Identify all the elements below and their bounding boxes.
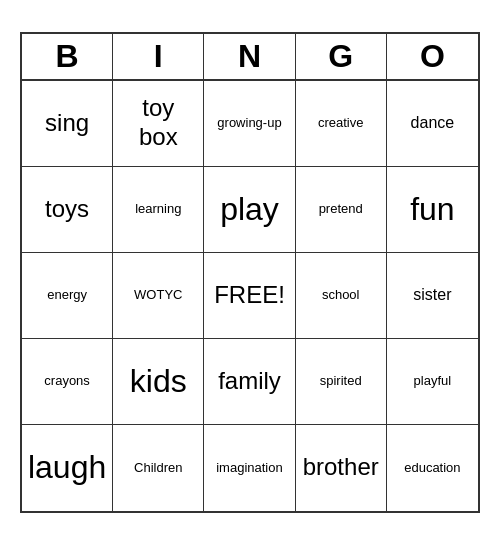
header-letter: N bbox=[204, 34, 295, 79]
cell-text: energy bbox=[47, 287, 87, 303]
bingo-cell: imagination bbox=[204, 425, 295, 511]
cell-text: spirited bbox=[320, 373, 362, 389]
cell-text: creative bbox=[318, 115, 364, 131]
bingo-card: BINGO singtoy boxgrowing-upcreativedance… bbox=[20, 32, 480, 513]
bingo-cell: FREE! bbox=[204, 253, 295, 339]
cell-text: laugh bbox=[28, 448, 106, 486]
bingo-cell: spirited bbox=[296, 339, 387, 425]
bingo-cell: learning bbox=[113, 167, 204, 253]
cell-text: imagination bbox=[216, 460, 283, 476]
bingo-cell: energy bbox=[22, 253, 113, 339]
bingo-cell: kids bbox=[113, 339, 204, 425]
cell-text: playful bbox=[414, 373, 452, 389]
bingo-cell: laugh bbox=[22, 425, 113, 511]
bingo-cell: playful bbox=[387, 339, 478, 425]
cell-text: play bbox=[220, 190, 279, 228]
cell-text: toys bbox=[45, 195, 89, 224]
bingo-cell: fun bbox=[387, 167, 478, 253]
cell-text: sister bbox=[413, 285, 451, 304]
cell-text: crayons bbox=[44, 373, 90, 389]
bingo-cell: family bbox=[204, 339, 295, 425]
cell-text: dance bbox=[411, 113, 455, 132]
cell-text: WOTYC bbox=[134, 287, 182, 303]
bingo-cell: education bbox=[387, 425, 478, 511]
cell-text: sing bbox=[45, 109, 89, 138]
bingo-cell: crayons bbox=[22, 339, 113, 425]
cell-text: Children bbox=[134, 460, 182, 476]
bingo-cell: sing bbox=[22, 81, 113, 167]
cell-text: toy box bbox=[139, 94, 178, 152]
bingo-header: BINGO bbox=[22, 34, 478, 81]
header-letter: B bbox=[22, 34, 113, 79]
cell-text: FREE! bbox=[214, 281, 285, 310]
bingo-cell: toys bbox=[22, 167, 113, 253]
bingo-cell: WOTYC bbox=[113, 253, 204, 339]
bingo-cell: sister bbox=[387, 253, 478, 339]
bingo-cell: brother bbox=[296, 425, 387, 511]
bingo-cell: Children bbox=[113, 425, 204, 511]
cell-text: growing-up bbox=[217, 115, 281, 131]
cell-text: pretend bbox=[319, 201, 363, 217]
cell-text: brother bbox=[303, 453, 379, 482]
cell-text: school bbox=[322, 287, 360, 303]
bingo-cell: toy box bbox=[113, 81, 204, 167]
header-letter: I bbox=[113, 34, 204, 79]
cell-text: fun bbox=[410, 190, 454, 228]
header-letter: G bbox=[296, 34, 387, 79]
cell-text: kids bbox=[130, 362, 187, 400]
bingo-cell: school bbox=[296, 253, 387, 339]
bingo-cell: creative bbox=[296, 81, 387, 167]
bingo-cell: dance bbox=[387, 81, 478, 167]
bingo-cell: play bbox=[204, 167, 295, 253]
cell-text: family bbox=[218, 367, 281, 396]
header-letter: O bbox=[387, 34, 478, 79]
bingo-cell: growing-up bbox=[204, 81, 295, 167]
bingo-cell: pretend bbox=[296, 167, 387, 253]
bingo-grid: singtoy boxgrowing-upcreativedancetoysle… bbox=[22, 81, 478, 511]
cell-text: learning bbox=[135, 201, 181, 217]
cell-text: education bbox=[404, 460, 460, 476]
